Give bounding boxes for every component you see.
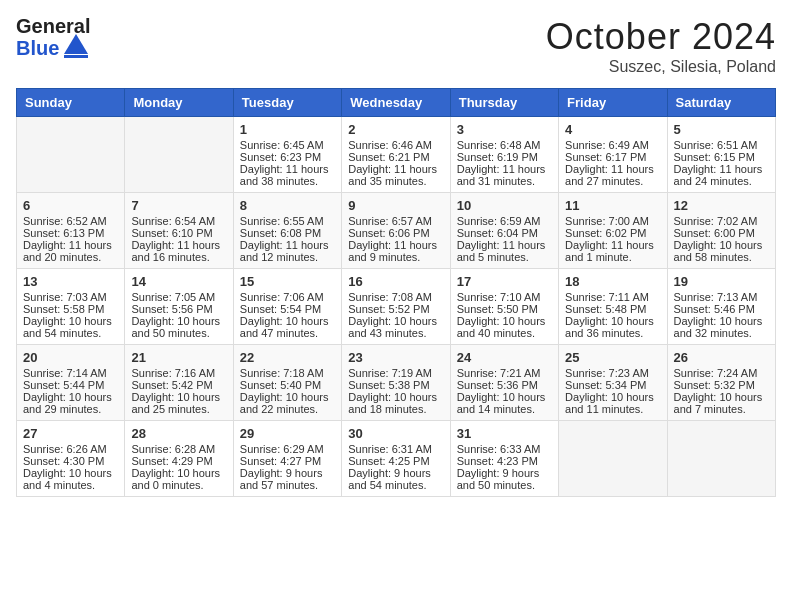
sunrise-text: Sunrise: 6:51 AM	[674, 139, 769, 151]
sunrise-text: Sunrise: 7:03 AM	[23, 291, 118, 303]
calendar-cell: 13Sunrise: 7:03 AMSunset: 5:58 PMDayligh…	[17, 269, 125, 345]
sunset-text: Sunset: 4:23 PM	[457, 455, 552, 467]
logo-icon	[62, 32, 90, 60]
calendar-table: SundayMondayTuesdayWednesdayThursdayFrid…	[16, 88, 776, 497]
sunrise-text: Sunrise: 6:46 AM	[348, 139, 443, 151]
calendar-cell: 28Sunrise: 6:28 AMSunset: 4:29 PMDayligh…	[125, 421, 233, 497]
day-number: 29	[240, 426, 335, 441]
daylight-text: Daylight: 10 hours and 58 minutes.	[674, 239, 769, 263]
sunset-text: Sunset: 5:56 PM	[131, 303, 226, 315]
sunset-text: Sunset: 6:08 PM	[240, 227, 335, 239]
day-of-week-header: Tuesday	[233, 89, 341, 117]
calendar-cell: 23Sunrise: 7:19 AMSunset: 5:38 PMDayligh…	[342, 345, 450, 421]
calendar-cell: 17Sunrise: 7:10 AMSunset: 5:50 PMDayligh…	[450, 269, 558, 345]
day-of-week-header: Friday	[559, 89, 667, 117]
daylight-text: Daylight: 11 hours and 20 minutes.	[23, 239, 118, 263]
daylight-text: Daylight: 9 hours and 57 minutes.	[240, 467, 335, 491]
calendar-cell: 10Sunrise: 6:59 AMSunset: 6:04 PMDayligh…	[450, 193, 558, 269]
daylight-text: Daylight: 10 hours and 0 minutes.	[131, 467, 226, 491]
sunrise-text: Sunrise: 6:49 AM	[565, 139, 660, 151]
daylight-text: Daylight: 10 hours and 47 minutes.	[240, 315, 335, 339]
sunrise-text: Sunrise: 7:14 AM	[23, 367, 118, 379]
sunset-text: Sunset: 6:17 PM	[565, 151, 660, 163]
sunrise-text: Sunrise: 7:13 AM	[674, 291, 769, 303]
logo: General Blue	[16, 16, 90, 60]
day-number: 25	[565, 350, 660, 365]
sunset-text: Sunset: 4:29 PM	[131, 455, 226, 467]
sunset-text: Sunset: 6:19 PM	[457, 151, 552, 163]
calendar-cell	[559, 421, 667, 497]
sunrise-text: Sunrise: 7:10 AM	[457, 291, 552, 303]
day-of-week-header: Monday	[125, 89, 233, 117]
sunset-text: Sunset: 6:10 PM	[131, 227, 226, 239]
sunset-text: Sunset: 5:58 PM	[23, 303, 118, 315]
sunset-text: Sunset: 5:46 PM	[674, 303, 769, 315]
day-number: 21	[131, 350, 226, 365]
sunset-text: Sunset: 5:50 PM	[457, 303, 552, 315]
daylight-text: Daylight: 11 hours and 9 minutes.	[348, 239, 443, 263]
calendar-cell	[17, 117, 125, 193]
day-number: 22	[240, 350, 335, 365]
page-header: General Blue October 2024 Suszec, Silesi…	[16, 16, 776, 76]
calendar-week-row: 20Sunrise: 7:14 AMSunset: 5:44 PMDayligh…	[17, 345, 776, 421]
sunrise-text: Sunrise: 7:00 AM	[565, 215, 660, 227]
day-number: 6	[23, 198, 118, 213]
calendar-week-row: 27Sunrise: 6:26 AMSunset: 4:30 PMDayligh…	[17, 421, 776, 497]
calendar-cell: 2Sunrise: 6:46 AMSunset: 6:21 PMDaylight…	[342, 117, 450, 193]
daylight-text: Daylight: 10 hours and 36 minutes.	[565, 315, 660, 339]
calendar-header-row: SundayMondayTuesdayWednesdayThursdayFrid…	[17, 89, 776, 117]
daylight-text: Daylight: 11 hours and 1 minute.	[565, 239, 660, 263]
day-of-week-header: Sunday	[17, 89, 125, 117]
calendar-cell: 21Sunrise: 7:16 AMSunset: 5:42 PMDayligh…	[125, 345, 233, 421]
sunrise-text: Sunrise: 6:55 AM	[240, 215, 335, 227]
sunrise-text: Sunrise: 7:11 AM	[565, 291, 660, 303]
sunset-text: Sunset: 5:54 PM	[240, 303, 335, 315]
sunrise-text: Sunrise: 6:59 AM	[457, 215, 552, 227]
location: Suszec, Silesia, Poland	[546, 58, 776, 76]
sunrise-text: Sunrise: 6:28 AM	[131, 443, 226, 455]
daylight-text: Daylight: 10 hours and 40 minutes.	[457, 315, 552, 339]
sunset-text: Sunset: 6:00 PM	[674, 227, 769, 239]
sunrise-text: Sunrise: 7:05 AM	[131, 291, 226, 303]
sunset-text: Sunset: 4:27 PM	[240, 455, 335, 467]
day-number: 19	[674, 274, 769, 289]
day-number: 24	[457, 350, 552, 365]
daylight-text: Daylight: 10 hours and 54 minutes.	[23, 315, 118, 339]
sunset-text: Sunset: 5:32 PM	[674, 379, 769, 391]
sunrise-text: Sunrise: 6:29 AM	[240, 443, 335, 455]
sunrise-text: Sunrise: 7:18 AM	[240, 367, 335, 379]
daylight-text: Daylight: 10 hours and 14 minutes.	[457, 391, 552, 415]
daylight-text: Daylight: 10 hours and 18 minutes.	[348, 391, 443, 415]
sunset-text: Sunset: 6:02 PM	[565, 227, 660, 239]
sunrise-text: Sunrise: 6:54 AM	[131, 215, 226, 227]
sunset-text: Sunset: 4:25 PM	[348, 455, 443, 467]
calendar-cell: 19Sunrise: 7:13 AMSunset: 5:46 PMDayligh…	[667, 269, 775, 345]
day-number: 5	[674, 122, 769, 137]
sunset-text: Sunset: 5:52 PM	[348, 303, 443, 315]
sunset-text: Sunset: 5:36 PM	[457, 379, 552, 391]
sunrise-text: Sunrise: 6:45 AM	[240, 139, 335, 151]
sunrise-text: Sunrise: 7:24 AM	[674, 367, 769, 379]
daylight-text: Daylight: 9 hours and 54 minutes.	[348, 467, 443, 491]
daylight-text: Daylight: 11 hours and 35 minutes.	[348, 163, 443, 187]
day-of-week-header: Thursday	[450, 89, 558, 117]
calendar-cell: 12Sunrise: 7:02 AMSunset: 6:00 PMDayligh…	[667, 193, 775, 269]
calendar-cell: 6Sunrise: 6:52 AMSunset: 6:13 PMDaylight…	[17, 193, 125, 269]
logo-blue: Blue	[16, 38, 59, 58]
daylight-text: Daylight: 10 hours and 4 minutes.	[23, 467, 118, 491]
calendar-cell: 16Sunrise: 7:08 AMSunset: 5:52 PMDayligh…	[342, 269, 450, 345]
day-number: 27	[23, 426, 118, 441]
sunset-text: Sunset: 5:40 PM	[240, 379, 335, 391]
svg-rect-1	[64, 55, 88, 58]
calendar-cell: 29Sunrise: 6:29 AMSunset: 4:27 PMDayligh…	[233, 421, 341, 497]
daylight-text: Daylight: 11 hours and 12 minutes.	[240, 239, 335, 263]
daylight-text: Daylight: 10 hours and 7 minutes.	[674, 391, 769, 415]
daylight-text: Daylight: 10 hours and 11 minutes.	[565, 391, 660, 415]
daylight-text: Daylight: 10 hours and 32 minutes.	[674, 315, 769, 339]
day-number: 23	[348, 350, 443, 365]
daylight-text: Daylight: 11 hours and 38 minutes.	[240, 163, 335, 187]
sunset-text: Sunset: 6:15 PM	[674, 151, 769, 163]
calendar-week-row: 1Sunrise: 6:45 AMSunset: 6:23 PMDaylight…	[17, 117, 776, 193]
calendar-cell	[125, 117, 233, 193]
calendar-cell: 30Sunrise: 6:31 AMSunset: 4:25 PMDayligh…	[342, 421, 450, 497]
